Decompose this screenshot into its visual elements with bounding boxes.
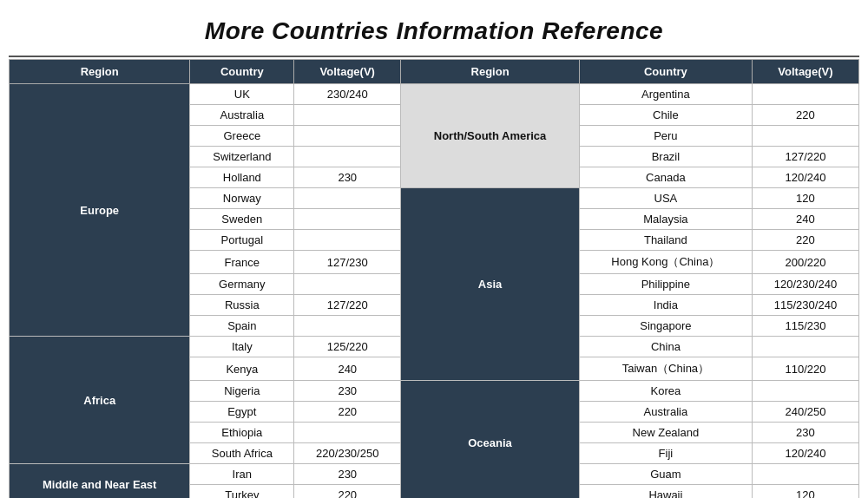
voltage-cell-left	[294, 423, 401, 443]
header-country-left: Country	[190, 60, 294, 84]
country-cell-right: India	[579, 295, 752, 316]
voltage-cell-left	[294, 274, 401, 295]
country-cell-left: Egypt	[190, 402, 294, 423]
country-cell-right: Argentina	[579, 84, 752, 105]
header-country-right: Country	[579, 60, 752, 84]
header-region-right: Region	[401, 60, 580, 84]
country-cell-right: Taiwan（China）	[579, 357, 752, 381]
country-cell-right: Chile	[579, 105, 752, 126]
voltage-cell-right: 220	[752, 230, 858, 251]
country-cell-left: Australia	[190, 105, 294, 126]
page-wrapper: More Countries Information Reference Reg…	[0, 0, 868, 498]
country-cell-left: Spain	[190, 316, 294, 337]
voltage-cell-right: 240/250	[752, 402, 858, 423]
voltage-cell-right: 120/240	[752, 167, 858, 188]
country-cell-left: Russia	[190, 295, 294, 316]
country-cell-left: Turkey	[190, 485, 294, 499]
header-voltage-left: Voltage(V)	[294, 60, 401, 84]
voltage-cell-right	[752, 337, 858, 357]
voltage-cell-left	[294, 209, 401, 230]
voltage-cell-left	[294, 126, 401, 147]
country-cell-left: Greece	[190, 126, 294, 147]
country-cell-left: Sweden	[190, 209, 294, 230]
voltage-cell-left: 240	[294, 357, 401, 381]
voltage-cell-left: 230	[294, 381, 401, 402]
country-cell-right: Singapore	[579, 316, 752, 337]
voltage-cell-right: 120	[752, 188, 858, 209]
country-cell-right: Canada	[579, 167, 752, 188]
country-cell-left: Nigeria	[190, 381, 294, 402]
voltage-cell-right: 115/230/240	[752, 295, 858, 316]
country-cell-left: Italy	[190, 337, 294, 357]
country-cell-right: Fiji	[579, 443, 752, 464]
voltage-cell-left: 127/220	[294, 295, 401, 316]
voltage-cell-right: 240	[752, 209, 858, 230]
country-cell-left: Holland	[190, 167, 294, 188]
region-cell-right: Asia	[401, 188, 580, 381]
voltage-cell-left	[294, 147, 401, 167]
region-cell-left: Middle and Near East	[10, 464, 190, 499]
region-cell-left: Europe	[10, 84, 190, 337]
country-cell-left: Germany	[190, 274, 294, 295]
voltage-cell-left: 125/220	[294, 337, 401, 357]
voltage-cell-left: 127/230	[294, 251, 401, 274]
region-cell-right: Oceania	[401, 381, 580, 499]
voltage-cell-right	[752, 84, 858, 105]
voltage-cell-right	[752, 381, 858, 402]
voltage-cell-right: 230	[752, 423, 858, 443]
header-region-left: Region	[10, 60, 190, 84]
voltage-cell-left: 220	[294, 402, 401, 423]
country-cell-right: USA	[579, 188, 752, 209]
region-cell-right: North/South America	[401, 84, 580, 188]
page-title: More Countries Information Reference	[205, 17, 663, 44]
country-cell-left: Ethiopia	[190, 423, 294, 443]
country-cell-left: France	[190, 251, 294, 274]
country-cell-right: Thailand	[579, 230, 752, 251]
title-container: More Countries Information Reference	[9, 9, 859, 57]
country-cell-left: Norway	[190, 188, 294, 209]
voltage-cell-left: 220/230/250	[294, 443, 401, 464]
country-cell-right: Australia	[579, 402, 752, 423]
country-cell-right: Peru	[579, 126, 752, 147]
voltage-cell-left: 230	[294, 167, 401, 188]
country-cell-right: Hawaii	[579, 485, 752, 499]
main-table: Region Country Voltage(V) Region Country…	[9, 59, 859, 498]
country-cell-right: Malaysia	[579, 209, 752, 230]
country-cell-right: China	[579, 337, 752, 357]
voltage-cell-right: 115/230	[752, 316, 858, 337]
voltage-cell-left	[294, 188, 401, 209]
header-voltage-right: Voltage(V)	[752, 60, 858, 84]
voltage-cell-left	[294, 230, 401, 251]
country-cell-right: Hong Kong（China）	[579, 251, 752, 274]
country-cell-left: Kenya	[190, 357, 294, 381]
country-cell-right: New Zealand	[579, 423, 752, 443]
voltage-cell-right: 127/220	[752, 147, 858, 167]
country-cell-left: South Africa	[190, 443, 294, 464]
country-cell-right: Philippine	[579, 274, 752, 295]
country-cell-left: Portugal	[190, 230, 294, 251]
country-cell-right: Guam	[579, 464, 752, 485]
voltage-cell-right: 120	[752, 485, 858, 499]
region-cell-left: Africa	[10, 337, 190, 464]
voltage-cell-right: 110/220	[752, 357, 858, 381]
country-cell-left: UK	[190, 84, 294, 105]
voltage-cell-left	[294, 105, 401, 126]
country-cell-right: Brazil	[579, 147, 752, 167]
voltage-cell-right: 120/240	[752, 443, 858, 464]
voltage-cell-left: 230	[294, 464, 401, 485]
voltage-cell-right: 220	[752, 105, 858, 126]
voltage-cell-left: 230/240	[294, 84, 401, 105]
voltage-cell-right: 120/230/240	[752, 274, 858, 295]
voltage-cell-right	[752, 464, 858, 485]
country-cell-right: Korea	[579, 381, 752, 402]
voltage-cell-right: 200/220	[752, 251, 858, 274]
voltage-cell-left	[294, 316, 401, 337]
country-cell-left: Iran	[190, 464, 294, 485]
country-cell-left: Switzerland	[190, 147, 294, 167]
voltage-cell-left: 220	[294, 485, 401, 499]
voltage-cell-right	[752, 126, 858, 147]
